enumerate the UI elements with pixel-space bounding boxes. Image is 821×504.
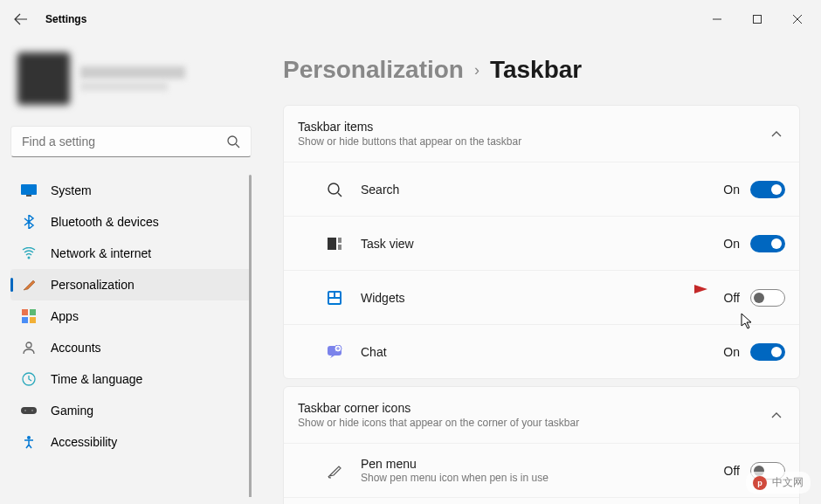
sidebar-scrollbar[interactable] bbox=[249, 175, 252, 497]
item-label: Widgets bbox=[361, 291, 724, 305]
svg-line-18 bbox=[338, 193, 342, 197]
svg-point-17 bbox=[328, 183, 339, 194]
chevron-up-icon bbox=[771, 126, 782, 142]
svg-rect-19 bbox=[328, 238, 336, 250]
toggle-widgets[interactable] bbox=[750, 289, 785, 307]
svg-rect-4 bbox=[21, 184, 37, 195]
item-row-search: Search On bbox=[284, 162, 799, 216]
bluetooth-icon bbox=[21, 214, 37, 230]
svg-point-2 bbox=[228, 136, 237, 145]
personalization-icon bbox=[21, 277, 37, 293]
item-row-touch-keyboard: Touch keyboard Off bbox=[284, 497, 799, 504]
watermark-text: 中文网 bbox=[772, 475, 804, 490]
sidebar-item-time[interactable]: Time & language bbox=[10, 363, 252, 395]
svg-rect-10 bbox=[30, 317, 36, 323]
item-label: Pen menu bbox=[361, 457, 724, 471]
time-icon bbox=[21, 371, 37, 387]
toggle-taskview[interactable] bbox=[750, 235, 785, 252]
svg-point-15 bbox=[31, 410, 33, 411]
sidebar-item-bluetooth[interactable]: Bluetooth & devices bbox=[10, 206, 252, 238]
section-title: Taskbar corner icons bbox=[298, 401, 754, 415]
nav-label: Time & language bbox=[51, 372, 142, 386]
svg-rect-9 bbox=[22, 317, 28, 323]
svg-rect-5 bbox=[26, 195, 31, 197]
toggle-state: Off bbox=[724, 291, 740, 305]
profile-name bbox=[80, 66, 185, 79]
section-subtitle: Show or hide icons that appear on the co… bbox=[298, 417, 754, 429]
svg-rect-13 bbox=[21, 407, 37, 414]
svg-rect-24 bbox=[335, 293, 340, 297]
breadcrumb-parent[interactable]: Personalization bbox=[283, 56, 464, 84]
svg-point-14 bbox=[24, 410, 26, 411]
section-header-taskbar-items[interactable]: Taskbar items Show or hide buttons that … bbox=[284, 106, 799, 162]
maximize-icon bbox=[753, 15, 762, 24]
item-label: Chat bbox=[361, 345, 723, 359]
section-header-corner-icons[interactable]: Taskbar corner icons Show or hide icons … bbox=[284, 387, 799, 443]
pen-icon bbox=[326, 462, 343, 480]
svg-rect-7 bbox=[22, 309, 28, 315]
minimize-icon bbox=[713, 15, 721, 24]
toggle-state: On bbox=[723, 183, 740, 197]
breadcrumb-current: Taskbar bbox=[490, 56, 582, 84]
sidebar: System Bluetooth & devices Network & int… bbox=[0, 38, 262, 504]
toggle-state: On bbox=[723, 345, 740, 359]
svg-rect-8 bbox=[30, 309, 36, 315]
back-button[interactable] bbox=[3, 2, 38, 37]
section-title: Taskbar items bbox=[298, 120, 754, 134]
chevron-right-icon: › bbox=[474, 61, 479, 79]
svg-line-3 bbox=[236, 144, 239, 148]
item-row-chat: Chat On bbox=[284, 324, 799, 378]
maximize-button[interactable] bbox=[737, 5, 777, 33]
sidebar-item-accessibility[interactable]: Accessibility bbox=[10, 426, 252, 458]
item-row-pen: Pen menu Show pen menu icon when pen is … bbox=[284, 443, 799, 497]
close-button[interactable] bbox=[777, 5, 818, 33]
svg-rect-1 bbox=[754, 16, 762, 24]
watermark-logo: p bbox=[753, 476, 767, 490]
chat-icon bbox=[326, 343, 343, 361]
svg-point-6 bbox=[28, 257, 31, 259]
accessibility-icon bbox=[21, 434, 37, 450]
sidebar-item-system[interactable]: System bbox=[10, 175, 252, 206]
sidebar-item-personalization[interactable]: Personalization bbox=[10, 269, 252, 300]
sidebar-item-accounts[interactable]: Accounts bbox=[10, 332, 252, 363]
system-icon bbox=[21, 183, 37, 198]
chevron-up-icon bbox=[771, 407, 782, 423]
arrow-left-icon bbox=[14, 12, 28, 26]
item-label: Search bbox=[361, 183, 723, 197]
sidebar-item-gaming[interactable]: Gaming bbox=[10, 395, 252, 426]
svg-point-16 bbox=[27, 436, 31, 439]
profile-email bbox=[80, 82, 168, 91]
accounts-icon bbox=[21, 340, 37, 356]
search-box[interactable] bbox=[10, 126, 252, 157]
nav-label: Accessibility bbox=[51, 435, 117, 449]
content-area: Personalization › Taskbar Taskbar items … bbox=[262, 38, 821, 504]
sidebar-item-apps[interactable]: Apps bbox=[10, 300, 252, 332]
svg-rect-21 bbox=[338, 245, 342, 250]
minimize-button[interactable] bbox=[697, 5, 737, 33]
svg-rect-25 bbox=[329, 299, 340, 303]
user-profile[interactable] bbox=[10, 45, 252, 112]
nav-label: Gaming bbox=[51, 404, 93, 418]
toggle-search[interactable] bbox=[750, 181, 785, 198]
svg-rect-23 bbox=[329, 293, 334, 297]
item-row-widgets: Widgets Off bbox=[284, 270, 799, 324]
taskview-icon bbox=[326, 235, 343, 252]
svg-point-11 bbox=[26, 342, 31, 348]
watermark: p 中文网 bbox=[746, 472, 811, 494]
nav-label: Bluetooth & devices bbox=[51, 215, 159, 229]
section-taskbar-corner-icons: Taskbar corner icons Show or hide icons … bbox=[283, 386, 800, 504]
widgets-icon bbox=[326, 289, 343, 307]
toggle-state: On bbox=[723, 237, 740, 251]
close-icon bbox=[793, 15, 802, 24]
sidebar-item-network[interactable]: Network & internet bbox=[10, 238, 252, 269]
svg-rect-20 bbox=[338, 238, 342, 243]
nav-label: Network & internet bbox=[51, 246, 151, 260]
item-sublabel: Show pen menu icon when pen is in use bbox=[361, 472, 724, 484]
toggle-chat[interactable] bbox=[750, 343, 785, 361]
nav-label: Apps bbox=[51, 309, 79, 323]
search-input[interactable] bbox=[22, 135, 226, 148]
item-label: Task view bbox=[361, 237, 723, 251]
section-subtitle: Show or hide buttons that appear on the … bbox=[298, 135, 754, 148]
search-icon bbox=[226, 135, 240, 148]
breadcrumb: Personalization › Taskbar bbox=[283, 56, 800, 84]
